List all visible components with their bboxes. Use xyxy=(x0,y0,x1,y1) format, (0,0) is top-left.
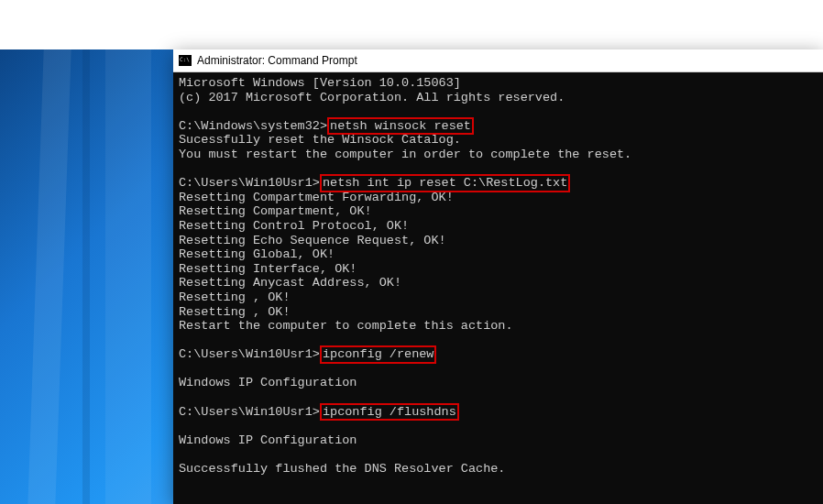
console-line: Resetting Control Protocol, OK! xyxy=(179,219,409,233)
console-line: (c) 2017 Microsoft Corporation. All righ… xyxy=(179,91,565,104)
console-line: Successfully flushed the DNS Resolver Ca… xyxy=(179,462,505,476)
console-line: You must restart the computer in order t… xyxy=(179,148,631,161)
command-prompt-window: Administrator: Command Prompt Microsoft … xyxy=(173,49,823,504)
browser-top-strip xyxy=(0,0,823,49)
cmd-icon xyxy=(179,55,192,66)
desktop-background-beam xyxy=(27,0,72,504)
console-line: Resetting , OK! xyxy=(179,305,291,319)
console-prompt: C:\Users\Win10Usr1> xyxy=(179,405,320,419)
console-line: Resetting Compartment Forwarding, OK! xyxy=(179,191,454,204)
console-line: Windows IP Configuration xyxy=(179,376,357,389)
desktop-background-beam xyxy=(105,0,151,504)
console-line: Sucessfully reset the Winsock Catalog. xyxy=(179,133,461,147)
console-prompt: C:\Users\Win10Usr1> xyxy=(179,176,320,190)
console-prompt: C:\Windows\system32> xyxy=(179,119,327,133)
window-titlebar[interactable]: Administrator: Command Prompt xyxy=(173,49,823,72)
console-line: Resetting , OK! xyxy=(179,290,291,304)
console-output[interactable]: Microsoft Windows [Version 10.0.15063] (… xyxy=(173,72,823,504)
console-prompt: C:\Users\Win10Usr1> xyxy=(179,347,320,361)
console-line: Restart the computer to complete this ac… xyxy=(179,319,513,333)
desktop-background-beam xyxy=(82,0,90,504)
console-line: Microsoft Windows [Version 10.0.15063] xyxy=(179,76,461,90)
console-line: Resetting Echo Sequence Request, OK! xyxy=(179,234,446,247)
console-line: Resetting Compartment, OK! xyxy=(179,204,372,218)
console-line: Windows IP Configuration xyxy=(179,433,357,447)
console-line: Resetting Global, OK! xyxy=(179,247,335,261)
window-title: Administrator: Command Prompt xyxy=(197,54,357,67)
highlighted-command: ipconfig /renew xyxy=(320,345,437,364)
console-line: Resetting Anycast Address, OK! xyxy=(179,276,401,290)
highlighted-command: ipconfig /flushdns xyxy=(320,403,459,422)
console-line: Resetting Interface, OK! xyxy=(179,262,357,276)
